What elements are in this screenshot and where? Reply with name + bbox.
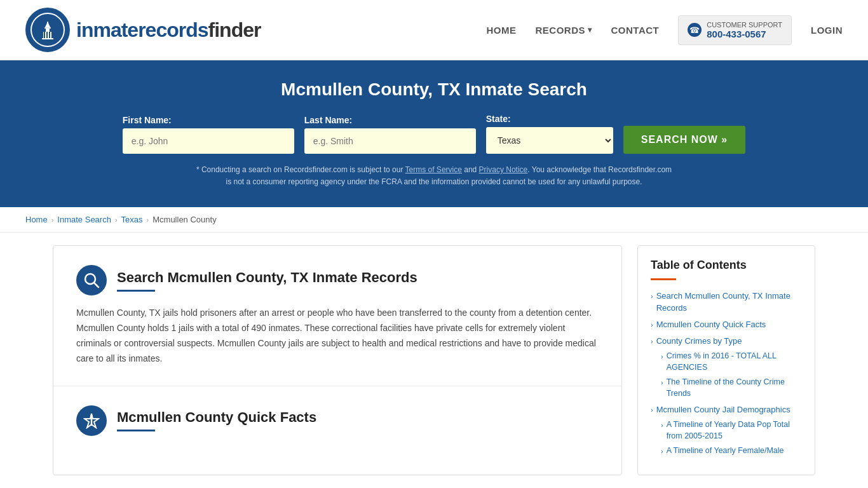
toc-item-2: › County Crimes by Type› Crimes % in 201… <box>651 336 802 399</box>
toc-sub-chevron-icon: › <box>661 447 663 456</box>
toc-item-1: › Mcmullen County Quick Facts <box>651 319 802 330</box>
toc-subitem-3-1: › A Timeline of Yearly Female/Male <box>661 445 802 457</box>
toc-sublink-3-1[interactable]: › A Timeline of Yearly Female/Male <box>661 445 802 457</box>
svg-point-14 <box>91 414 93 416</box>
last-name-group: Last Name: <box>304 115 476 154</box>
breadcrumb-sep-3: › <box>147 216 149 224</box>
nav-records[interactable]: RECORDS ▾ <box>535 25 592 36</box>
svg-line-12 <box>94 283 98 287</box>
quickfacts-section-title: Mcmullen County Quick Facts <box>117 409 316 426</box>
disclaimer-text: * Conducting a search on Recordsfinder.c… <box>25 164 843 188</box>
toc-sublink-2-1[interactable]: › The Timeline of the County Crime Trend… <box>661 377 802 399</box>
login-button[interactable]: LOGIN <box>811 25 843 36</box>
toc-sublink-3-0[interactable]: › A Timeline of Yearly Data Pop Total fr… <box>661 419 802 442</box>
breadcrumb-current: Mcmullen County <box>153 215 216 224</box>
search-section-icon <box>76 265 107 295</box>
toc-chevron-icon: › <box>651 337 653 346</box>
toc-list: › Search Mcmullen County, TX Inmate Reco… <box>651 290 802 456</box>
terms-link[interactable]: Terms of Service <box>405 165 462 174</box>
toc-link-2[interactable]: › County Crimes by Type <box>651 336 802 347</box>
privacy-link[interactable]: Privacy Notice <box>479 165 528 174</box>
toc-subitem-2-1: › The Timeline of the County Crime Trend… <box>661 377 802 399</box>
toc-link-0[interactable]: › Search Mcmullen County, TX Inmate Reco… <box>651 290 802 313</box>
quickfacts-title-block: Mcmullen County Quick Facts <box>117 409 316 431</box>
search-section-body: Mcmullen County, TX jails hold prisoners… <box>76 306 599 366</box>
content-area: Search Mcmullen County, TX Inmate Record… <box>53 245 622 475</box>
toc-title: Table of Contents <box>651 259 802 272</box>
toc-sub-chevron-icon: › <box>661 352 663 362</box>
breadcrumb: Home › Inmate Search › Texas › Mcmullen … <box>0 207 868 233</box>
customer-support-box[interactable]: ☎ CUSTOMER SUPPORT 800-433-0567 <box>678 15 792 45</box>
quickfacts-title-underline <box>117 430 155 431</box>
toc-sublist-3: › A Timeline of Yearly Data Pop Total fr… <box>661 419 802 457</box>
breadcrumb-sep-2: › <box>115 216 118 224</box>
toc-subitem-3-0: › A Timeline of Yearly Data Pop Total fr… <box>661 419 802 442</box>
main-content-wrapper: Search Mcmullen County, TX Inmate Record… <box>27 245 841 475</box>
support-info: CUSTOMER SUPPORT 800-433-0567 <box>707 21 782 39</box>
last-name-label: Last Name: <box>304 115 352 125</box>
toc-link-1[interactable]: › Mcmullen County Quick Facts <box>651 319 802 330</box>
toc-item-0: › Search Mcmullen County, TX Inmate Reco… <box>651 290 802 313</box>
svg-rect-7 <box>49 32 50 38</box>
search-records-section: Search Mcmullen County, TX Inmate Record… <box>53 246 621 386</box>
hero-section: Mcmullen County, TX Inmate Search First … <box>0 60 868 207</box>
state-group: State: AlabamaAlaskaArizonaArkansasCalif… <box>486 114 613 154</box>
svg-rect-4 <box>47 22 48 24</box>
svg-rect-9 <box>42 38 53 39</box>
headset-icon: ☎ <box>688 23 702 37</box>
logo-area: inmaterecordsfinder <box>25 8 261 52</box>
breadcrumb-inmate-search[interactable]: Inmate Search <box>57 215 111 224</box>
toc-sub-chevron-icon: › <box>661 378 663 388</box>
section-header-quickfacts: Mcmullen County Quick Facts <box>76 405 599 436</box>
toc-chevron-icon: › <box>651 405 653 415</box>
first-name-label: First Name: <box>123 115 172 125</box>
toc-sublist-2: › Crimes % in 2016 - TOTAL ALL AGENCIES›… <box>661 351 802 399</box>
search-section-title: Search Mcmullen County, TX Inmate Record… <box>117 269 417 286</box>
sidebar-toc: Table of Contents › Search Mcmullen Coun… <box>637 245 815 475</box>
chevron-down-icon: ▾ <box>588 25 592 34</box>
logo-text: inmaterecordsfinder <box>76 18 261 42</box>
svg-rect-10 <box>44 27 51 29</box>
logo-icon <box>25 8 70 52</box>
state-label: State: <box>486 114 511 124</box>
section-title-underline <box>117 290 155 292</box>
toc-subitem-2-0: › Crimes % in 2016 - TOTAL ALL AGENCIES <box>661 351 802 373</box>
svg-rect-5 <box>44 32 45 38</box>
nav-home[interactable]: HOME <box>486 25 516 36</box>
toc-sub-chevron-icon: › <box>661 421 663 430</box>
last-name-input[interactable] <box>304 128 476 154</box>
state-select[interactable]: AlabamaAlaskaArizonaArkansasCaliforniaCo… <box>486 127 613 154</box>
toc-divider <box>651 278 676 280</box>
breadcrumb-texas[interactable]: Texas <box>121 215 143 224</box>
toc-chevron-icon: › <box>651 320 653 330</box>
section-header-search: Search Mcmullen County, TX Inmate Record… <box>76 265 599 295</box>
toc-link-3[interactable]: › Mcmullen County Jail Demographics <box>651 404 802 416</box>
quick-facts-section: Mcmullen County Quick Facts <box>53 386 621 465</box>
search-form: First Name: Last Name: State: AlabamaAla… <box>25 114 843 154</box>
toc-chevron-icon: › <box>651 292 653 301</box>
main-nav: HOME RECORDS ▾ CONTACT ☎ CUSTOMER SUPPOR… <box>486 15 843 45</box>
section-title-block: Search Mcmullen County, TX Inmate Record… <box>117 269 417 292</box>
quickfacts-section-icon <box>76 405 107 436</box>
first-name-input[interactable] <box>123 128 294 154</box>
nav-contact[interactable]: CONTACT <box>611 25 660 36</box>
svg-rect-6 <box>46 32 48 38</box>
search-button[interactable]: SEARCH NOW » <box>623 126 745 154</box>
breadcrumb-home[interactable]: Home <box>25 215 48 224</box>
first-name-group: First Name: <box>123 115 294 154</box>
site-header: inmaterecordsfinder HOME RECORDS ▾ CONTA… <box>0 0 868 60</box>
toc-sublink-2-0[interactable]: › Crimes % in 2016 - TOTAL ALL AGENCIES <box>661 351 802 373</box>
page-title: Mcmullen County, TX Inmate Search <box>25 79 843 100</box>
breadcrumb-sep-1: › <box>51 216 54 224</box>
svg-rect-8 <box>51 32 53 38</box>
toc-item-3: › Mcmullen County Jail Demographics› A T… <box>651 404 802 457</box>
